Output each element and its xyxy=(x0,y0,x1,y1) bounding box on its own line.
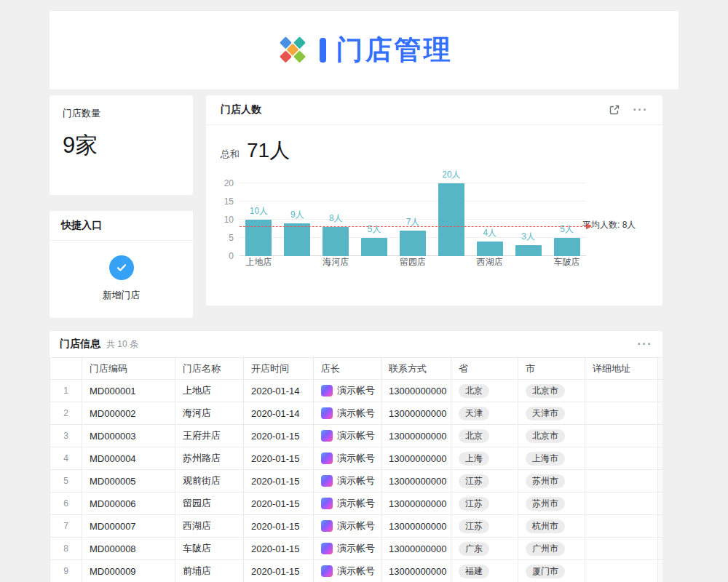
manager-cell: 演示帐号 xyxy=(314,402,381,425)
avatar xyxy=(321,543,333,554)
chart-card-header: 门店人数 ··· xyxy=(206,95,662,125)
city-cell: 北京市 xyxy=(518,425,585,447)
x-tick-label: 留园店 xyxy=(394,256,432,269)
column-header[interactable]: 门店编码 xyxy=(82,358,175,380)
bar[interactable] xyxy=(438,183,464,256)
store-code-cell: MD000009 xyxy=(82,560,175,582)
bar[interactable] xyxy=(400,231,426,256)
check-circle-icon[interactable] xyxy=(109,255,134,280)
table-row[interactable]: 2MD000002海河店2020-01-14演示帐号13000000000天津天… xyxy=(50,402,663,425)
column-header[interactable]: 店长 xyxy=(314,358,381,380)
bar-value-label: 8人 xyxy=(329,212,343,225)
store-name-cell: 上地店 xyxy=(175,380,244,402)
city-tag: 苏州市 xyxy=(526,474,565,488)
open-date-cell: 2020-01-14 xyxy=(244,380,314,402)
store-code-cell: MD000004 xyxy=(82,447,175,470)
city-cell: 杭州市 xyxy=(518,515,585,538)
chart-more-icon[interactable]: ··· xyxy=(633,104,648,116)
bar-group: 9人 xyxy=(278,209,317,256)
bar-group: 7人 xyxy=(394,216,432,256)
scrollbar-strip[interactable] xyxy=(658,560,663,582)
scrollbar-strip[interactable] xyxy=(658,447,663,470)
column-header[interactable]: 市 xyxy=(518,358,585,380)
y-tick-label: 15 xyxy=(224,196,234,207)
table-row[interactable]: 3MD000003王府井店2020-01-15演示帐号13000000000北京… xyxy=(50,425,663,447)
store-count-label: 门店数量 xyxy=(63,107,180,120)
store-name-cell: 观前街店 xyxy=(175,470,244,493)
add-store-label[interactable]: 新增门店 xyxy=(103,289,141,302)
avatar xyxy=(321,475,333,487)
column-header[interactable]: 开店时间 xyxy=(244,358,314,380)
bar[interactable] xyxy=(361,238,387,256)
manager-name: 演示帐号 xyxy=(337,384,375,397)
bar[interactable] xyxy=(477,242,503,256)
province-tag: 福建 xyxy=(459,565,489,578)
scrollbar-strip[interactable] xyxy=(658,358,663,380)
table-more-icon[interactable]: ··· xyxy=(638,338,652,350)
manager-cell: 演示帐号 xyxy=(314,493,381,515)
bar[interactable] xyxy=(554,238,580,256)
city-cell: 天津市 xyxy=(518,402,585,425)
manager-name: 演示帐号 xyxy=(337,519,375,533)
store-name-cell: 留园店 xyxy=(175,493,244,515)
x-axis-labels: 上地店海河店留园店西湖店车陂店 xyxy=(240,256,586,269)
column-header[interactable]: 联系方式 xyxy=(381,358,451,380)
bar-group: 10人 xyxy=(240,205,278,256)
x-tick-label xyxy=(355,256,394,269)
city-tag: 北京市 xyxy=(526,384,565,398)
y-axis: 05101520 xyxy=(221,182,240,269)
bar-chart: 05101520 上地店海河店留园店西湖店车陂店 10人9人8人5人7人20人4… xyxy=(221,182,648,269)
manager-name: 演示帐号 xyxy=(337,542,375,555)
table-row[interactable]: 5MD000005观前街店2020-01-15演示帐号13000000000江苏… xyxy=(50,470,663,493)
scrollbar-strip[interactable] xyxy=(658,470,663,493)
open-date-cell: 2020-01-15 xyxy=(244,515,314,538)
bar[interactable] xyxy=(245,220,272,256)
column-header[interactable]: 详细地址 xyxy=(585,358,658,380)
scrollbar-strip[interactable] xyxy=(658,402,663,425)
avatar xyxy=(321,453,333,464)
table-row[interactable]: 4MD000004苏州路店2020-01-15演示帐号13000000000上海… xyxy=(50,447,663,470)
city-tag: 杭州市 xyxy=(526,519,565,533)
app-header: 门店管理 xyxy=(50,11,678,89)
open-date-cell: 2020-01-15 xyxy=(244,470,314,493)
scrollbar-strip[interactable] xyxy=(658,425,663,447)
quick-entry-card: 快捷入口 新增门店 xyxy=(50,211,193,318)
manager-chip: 演示帐号 xyxy=(321,519,373,533)
scrollbar-strip[interactable] xyxy=(658,493,663,515)
headcount-chart-card: 门店人数 ··· 总和 71人 05101520 上地店海河店留园店西湖店车陂店… xyxy=(206,95,662,306)
bar[interactable] xyxy=(515,245,542,256)
manager-name: 演示帐号 xyxy=(337,565,375,578)
scrollbar-strip[interactable] xyxy=(658,538,663,560)
province-tag: 广东 xyxy=(459,542,489,556)
table-row[interactable]: 9MD000009前埔店2020-01-15演示帐号13000000000福建厦… xyxy=(50,560,663,582)
x-tick-label: 车陂店 xyxy=(547,256,586,269)
store-name-cell: 西湖店 xyxy=(175,515,244,538)
app-logo-icon xyxy=(276,33,309,67)
table-row[interactable]: 1MD000001上地店2020-01-14演示帐号13000000000北京北… xyxy=(50,380,663,402)
manager-chip: 演示帐号 xyxy=(321,452,373,465)
store-code-cell: MD000005 xyxy=(82,470,175,493)
add-store-button[interactable]: 新增门店 xyxy=(50,241,193,302)
column-header[interactable]: 门店名称 xyxy=(175,358,244,380)
store-table: 门店编码门店名称开店时间店长联系方式省市详细地址 1MD000001上地店202… xyxy=(50,357,662,582)
manager-cell: 演示帐号 xyxy=(314,538,381,560)
table-row[interactable]: 7MD000007西湖店2020-01-15演示帐号13000000000江苏杭… xyxy=(50,515,663,538)
bar[interactable] xyxy=(284,223,310,256)
table-title-group: 门店信息 共 10 条 xyxy=(60,338,138,351)
manager-chip: 演示帐号 xyxy=(321,384,373,397)
column-header[interactable]: 省 xyxy=(451,358,518,380)
store-name-cell: 海河店 xyxy=(175,402,244,425)
city-cell: 北京市 xyxy=(518,380,585,402)
table-row[interactable]: 8MD000008车陂店2020-01-15演示帐号13000000000广东广… xyxy=(50,538,663,560)
address-cell xyxy=(585,493,658,515)
scrollbar-strip[interactable] xyxy=(658,380,663,402)
y-tick-label: 5 xyxy=(229,233,234,243)
table-row[interactable]: 6MD000006留园店2020-01-15演示帐号13000000000江苏苏… xyxy=(50,493,663,515)
city-tag: 厦门市 xyxy=(526,565,565,578)
open-date-cell: 2020-01-14 xyxy=(244,402,314,425)
scrollbar-strip[interactable] xyxy=(658,515,663,538)
expand-icon[interactable] xyxy=(609,104,620,116)
bar[interactable] xyxy=(323,227,349,256)
province-cell: 江苏 xyxy=(451,470,518,493)
bar-group: 8人 xyxy=(317,212,355,256)
